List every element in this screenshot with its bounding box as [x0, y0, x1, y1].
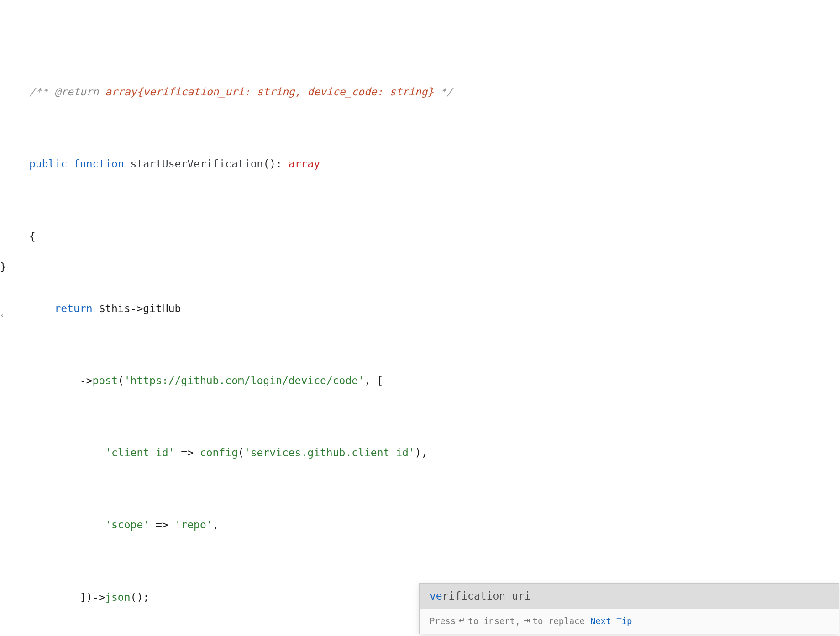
arrow: ->: [80, 375, 93, 386]
keyword-return: return: [54, 302, 92, 314]
method-call: post: [92, 375, 117, 386]
paren: (: [118, 375, 124, 386]
next-tip-link[interactable]: Next Tip: [590, 614, 632, 629]
string-literal: 'repo': [175, 519, 213, 531]
code-editor[interactable]: /** @return array{verification_uri: stri…: [0, 0, 840, 636]
hint-text: to insert,: [468, 614, 520, 629]
parens: (): [263, 158, 276, 170]
paren: (: [238, 447, 244, 459]
code-line[interactable]: {: [0, 228, 840, 246]
return-type: array: [289, 158, 320, 170]
code-line[interactable]: public function startUserVerification():…: [0, 155, 840, 173]
hint-text: Press: [430, 614, 456, 629]
autocomplete-item[interactable]: verification_uri: [420, 584, 839, 609]
code-line[interactable]: 'client_id' => config('services.github.c…: [0, 444, 840, 462]
tab-key-icon: ⇥: [523, 614, 530, 628]
after: , [: [364, 375, 383, 386]
comma: ,: [213, 519, 219, 531]
class-close-brace: }: [0, 258, 6, 276]
this-arrow: $this->: [92, 302, 143, 314]
code-line[interactable]: /** @return array{verification_uri: stri…: [0, 83, 840, 101]
end: ();: [131, 591, 150, 603]
autocomplete-match-rest: rification_uri: [442, 590, 531, 602]
gutter-marker: ‹: [0, 310, 4, 322]
enter-key-icon: ↵: [458, 614, 465, 628]
doc-comment: /** @return array{verification_uri: stri…: [29, 86, 453, 98]
function-name: startUserVerification: [131, 158, 263, 170]
close: ])->: [80, 591, 105, 603]
string-literal: 'https://github.com/login/device/code': [124, 375, 364, 386]
autocomplete-hint: Press ↵ to insert, ⇥ to replace Next Tip: [420, 609, 839, 634]
close: ),: [415, 447, 428, 459]
hint-text: to replace: [533, 614, 585, 629]
code-line[interactable]: 'scope' => 'repo',: [0, 516, 840, 534]
keyword-function: function: [74, 158, 124, 170]
colon: :: [276, 158, 289, 170]
brace: {: [29, 230, 36, 242]
fn-call: config: [200, 447, 238, 459]
method-call: json: [105, 591, 130, 603]
code-line[interactable]: return $this->gitHub: [0, 300, 840, 318]
autocomplete-match-prefix: ve: [430, 590, 442, 602]
arrow: =>: [175, 447, 200, 459]
string-literal: 'services.github.client_id': [244, 447, 415, 459]
array-key: 'scope': [105, 519, 149, 531]
autocomplete-popup[interactable]: verification_uri Press ↵ to insert, ⇥ to…: [419, 583, 839, 634]
arrow: =>: [149, 519, 174, 531]
array-key: 'client_id': [105, 447, 174, 459]
keyword-public: public: [29, 158, 67, 170]
code-line[interactable]: ->post('https://github.com/login/device/…: [0, 372, 840, 390]
property: gitHub: [143, 302, 181, 314]
